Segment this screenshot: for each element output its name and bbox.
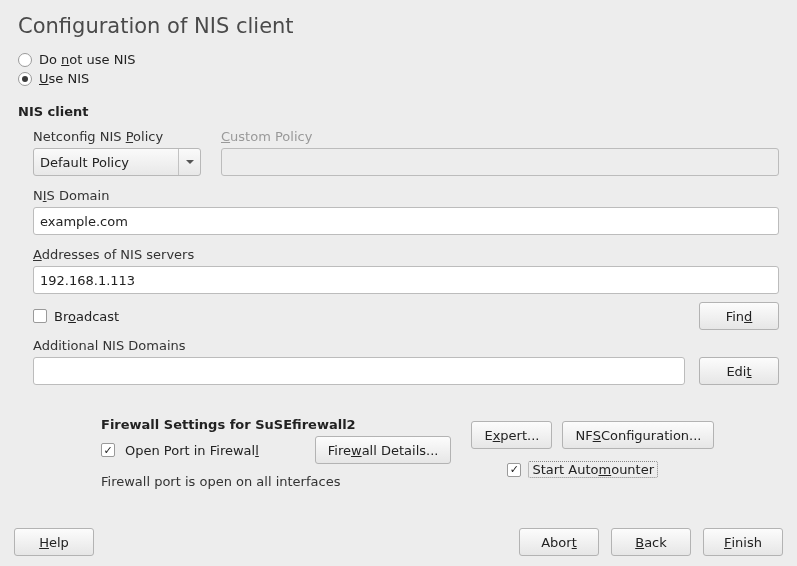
nis-domain-input[interactable]: example.com [33, 207, 779, 235]
custom-policy-input [221, 148, 779, 176]
firewall-status: Firewall port is open on all interfaces [101, 474, 451, 489]
netconfig-policy-value: Default Policy [40, 155, 129, 170]
start-automounter-checkbox[interactable] [507, 463, 521, 477]
help-button[interactable]: Help [14, 528, 94, 556]
edit-button[interactable]: Edit [699, 357, 779, 385]
broadcast-checkbox[interactable] [33, 309, 47, 323]
radio-use-nis-label: Use NIS [39, 71, 89, 86]
addresses-label: Addresses of NIS servers [33, 247, 779, 262]
radio-do-not-use-nis[interactable] [18, 53, 32, 67]
section-nis-client: NIS client [18, 104, 779, 119]
addresses-input[interactable]: 192.168.1.113 [33, 266, 779, 294]
nfs-config-button[interactable]: NFS Configuration... [562, 421, 714, 449]
open-port-checkbox[interactable] [101, 443, 115, 457]
additional-domains-input [33, 357, 685, 385]
additional-domains-label: Additional NIS Domains [33, 338, 779, 353]
nis-domain-label: NIS Domain [33, 188, 779, 203]
chevron-down-icon [178, 149, 200, 175]
radio-use-nis[interactable] [18, 72, 32, 86]
netconfig-policy-combo[interactable]: Default Policy [33, 148, 201, 176]
firewall-title: Firewall Settings for SuSEfirewall2 [101, 417, 451, 432]
firewall-details-button[interactable]: Firewall Details... [315, 436, 452, 464]
finish-button[interactable]: Finish [703, 528, 783, 556]
expert-button[interactable]: Expert... [471, 421, 552, 449]
back-button[interactable]: Back [611, 528, 691, 556]
abort-button[interactable]: Abort [519, 528, 599, 556]
find-button[interactable]: Find [699, 302, 779, 330]
radio-do-not-use-nis-label: Do not use NIS [39, 52, 136, 67]
start-automounter-label: Start Automounter [528, 461, 658, 478]
page-title: Configuration of NIS client [18, 14, 779, 38]
broadcast-label: Broadcast [54, 309, 119, 324]
open-port-label: Open Port in Firewall [125, 443, 259, 458]
custom-policy-label: Custom Policy [221, 129, 779, 144]
netconfig-policy-label: Netconfig NIS Policy [33, 129, 201, 144]
